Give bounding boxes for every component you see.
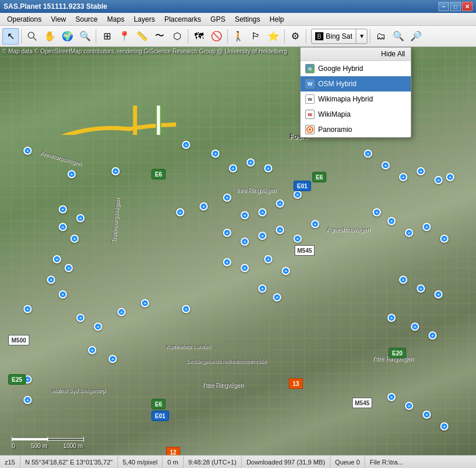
map-marker[interactable]: +	[200, 202, 208, 211]
map-marker[interactable]: +	[76, 314, 85, 322]
map-marker[interactable]: +	[387, 393, 396, 401]
layers-button[interactable]: 🗂	[373, 28, 389, 45]
map-marker[interactable]: +	[241, 264, 249, 272]
map-marker[interactable]: +	[88, 346, 96, 354]
map-marker[interactable]: +	[23, 147, 32, 155]
menu-settings[interactable]: Settings	[230, 13, 265, 25]
maximize-button[interactable]: □	[450, 2, 461, 11]
map-marker[interactable]: +	[446, 173, 454, 181]
map-marker[interactable]: +	[264, 255, 272, 263]
menu-maps[interactable]: Maps	[103, 13, 129, 25]
map-marker[interactable]: +	[23, 305, 32, 313]
map-marker[interactable]: +	[182, 141, 190, 149]
map-source-arrow[interactable]: ▼	[356, 29, 367, 43]
map-source-dropdown[interactable]: 🅱 Bing Sat ▼	[311, 29, 367, 44]
map-marker[interactable]: +	[387, 314, 396, 322]
map-marker[interactable]: +	[223, 229, 231, 237]
map-marker[interactable]: +	[211, 150, 220, 158]
zoom-out-search[interactable]: 🔍	[390, 28, 407, 45]
path-button[interactable]: 〜	[151, 28, 168, 45]
map-marker[interactable]: +	[109, 355, 117, 363]
flag-button[interactable]: 🏳	[248, 28, 264, 45]
hand-tool-button[interactable]: ✋	[42, 28, 58, 45]
map-marker[interactable]: +	[117, 308, 126, 316]
map-marker[interactable]: +	[94, 323, 102, 331]
map-marker[interactable]: +	[264, 164, 272, 172]
map-marker[interactable]: +	[258, 232, 266, 240]
menu-view[interactable]: View	[46, 13, 71, 25]
zoom-in-button[interactable]	[24, 28, 40, 45]
map-marker[interactable]: +	[59, 290, 67, 299]
download-cancel-button[interactable]: 🚫	[208, 28, 225, 45]
map-marker[interactable]: +	[59, 205, 67, 213]
polygon-button[interactable]: ⬡	[169, 28, 185, 45]
map-marker[interactable]: +	[176, 208, 184, 216]
map-marker[interactable]: +	[373, 208, 381, 216]
zoom-area-button[interactable]: ⊞	[99, 28, 115, 45]
map-marker[interactable]: +	[273, 293, 281, 301]
map-marker[interactable]: +	[53, 255, 61, 263]
map-marker[interactable]: +	[411, 323, 419, 331]
zoom-magnify-button[interactable]: 🔍	[77, 28, 93, 45]
measure-button[interactable]: 📏	[134, 28, 150, 45]
walk-button[interactable]: 🚶	[230, 28, 247, 45]
map-marker[interactable]: +	[258, 284, 266, 293]
map-marker[interactable]: +	[434, 176, 443, 184]
map-marker[interactable]: +	[423, 223, 431, 231]
map-marker[interactable]: +	[382, 161, 390, 169]
map-marker[interactable]: +	[282, 267, 290, 275]
map-marker[interactable]: +	[23, 375, 32, 384]
map-marker[interactable]: +	[440, 235, 448, 243]
map-marker[interactable]: +	[417, 284, 425, 293]
map-marker[interactable]: +	[141, 299, 149, 307]
placemark-button[interactable]: 📍	[116, 28, 133, 45]
map-marker[interactable]: +	[440, 422, 448, 430]
menu-gps[interactable]: GPS	[206, 13, 230, 25]
map-marker[interactable]: +	[311, 220, 319, 228]
map-marker[interactable]: +	[387, 217, 396, 225]
map-marker[interactable]: +	[65, 264, 73, 272]
map-marker[interactable]: +	[67, 170, 76, 178]
layer-osm-hybrid[interactable]: W OSM Hybrid	[301, 76, 411, 91]
map-marker[interactable]: +	[23, 396, 32, 404]
menu-placemarks[interactable]: Placemarks	[160, 13, 206, 25]
map-area[interactable]: Fosie Annetorpsvägen Trelleborgsvägen In…	[0, 47, 476, 455]
map-marker[interactable]: +	[247, 158, 255, 167]
map-marker[interactable]: +	[434, 290, 443, 299]
map-marker[interactable]: +	[258, 208, 266, 216]
map-marker[interactable]: +	[182, 305, 190, 313]
map-marker[interactable]: +	[241, 238, 249, 246]
select-tool-button[interactable]: ↖	[2, 28, 19, 45]
map-marker[interactable]: +	[76, 214, 85, 222]
menu-source[interactable]: Source	[71, 13, 103, 25]
close-button[interactable]: ✕	[462, 2, 472, 11]
map-marker[interactable]: +	[70, 235, 79, 243]
map-marker[interactable]: +	[223, 194, 231, 202]
map-marker[interactable]: +	[293, 191, 302, 199]
map-marker[interactable]: +	[276, 199, 284, 208]
map-marker[interactable]: +	[423, 411, 431, 419]
map-marker[interactable]: +	[59, 223, 67, 231]
map-marker[interactable]: +	[223, 258, 231, 266]
map-marker[interactable]: +	[399, 173, 407, 181]
map-marker[interactable]: +	[276, 226, 284, 234]
menu-operations[interactable]: Operations	[2, 13, 46, 25]
map-marker[interactable]: +	[405, 402, 413, 410]
map-marker[interactable]: +	[364, 150, 372, 158]
map-marker[interactable]: +	[417, 167, 425, 175]
map-marker[interactable]: +	[399, 276, 407, 284]
layer-google-hybrid[interactable]: G Google Hybrid	[301, 61, 411, 76]
menu-layers[interactable]: Layers	[129, 13, 160, 25]
map-marker[interactable]: +	[47, 276, 55, 284]
layer-wikimapia-hybrid[interactable]: W Wikimapia Hybrid	[301, 91, 411, 107]
menu-help[interactable]: Help	[265, 13, 289, 25]
star-button[interactable]: ⭐	[265, 28, 282, 45]
zoom-in-search[interactable]: 🔎	[408, 28, 424, 45]
hide-all-button[interactable]: Hide All	[301, 48, 411, 61]
track-button[interactable]: ⚙	[287, 28, 303, 45]
map-button[interactable]: 🗺	[191, 28, 207, 45]
map-marker[interactable]: +	[293, 235, 302, 243]
map-marker[interactable]: +	[428, 331, 437, 340]
layer-wikimapia[interactable]: W WikiMapia	[301, 107, 411, 122]
globe-button[interactable]: 🌍	[59, 28, 76, 45]
